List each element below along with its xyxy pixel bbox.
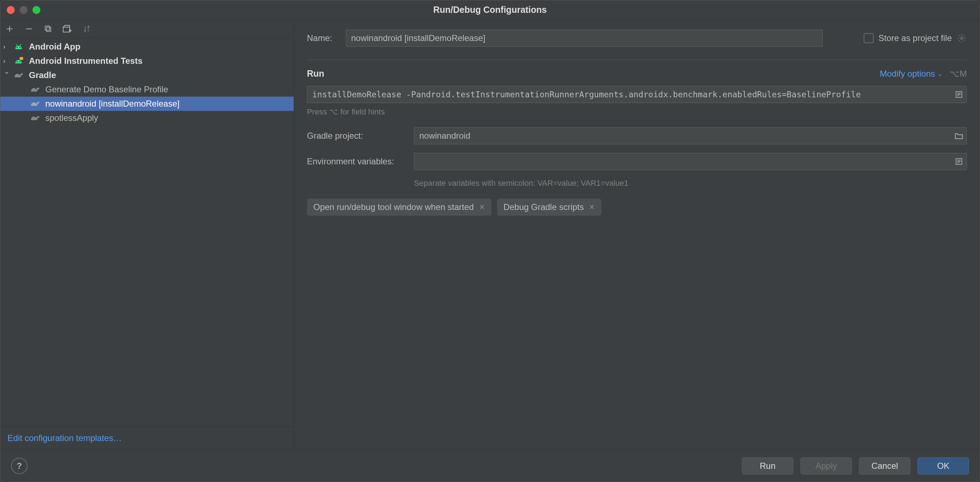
sidebar-footer: Edit configuration templates… [0,427,294,450]
sidebar-toolbar [0,20,294,38]
dialog-footer: ? Run Apply Cancel OK [0,450,980,482]
sort-icon[interactable] [82,24,92,34]
tags-row: Open run/debug tool window when started … [307,198,967,216]
tasks-input[interactable] [307,86,967,103]
button-label: Cancel [872,461,898,471]
gradle-icon [30,100,42,108]
gradle-icon [30,85,42,94]
project-label: Gradle project: [307,131,414,141]
gear-icon[interactable] [957,33,967,43]
chevron-down-icon: › [3,72,11,79]
tree-label: Gradle [29,70,56,80]
android-tests-icon [14,57,25,65]
android-icon [14,43,25,51]
modify-options-row: Modify options ⌄ ⌥M [880,69,967,79]
divider [307,60,967,60]
chevron-right-icon: › [3,43,10,51]
tree-label: Android Instrumented Tests [29,56,142,66]
button-label: Run [760,461,775,471]
gradle-icon [30,114,42,122]
tree-label: Android App [29,42,80,52]
env-input[interactable] [414,153,967,170]
run-button[interactable]: Run [742,457,793,474]
close-icon[interactable]: ✕ [589,203,595,211]
config-tree: › Android App › Android Instrumented Tes… [0,38,294,427]
section-title: Run [307,68,325,79]
main-panel: Name: Store as project file Run Modify o… [294,20,980,450]
tag-open-tool-window[interactable]: Open run/debug tool window when started … [307,198,492,216]
chevron-down-icon: ⌄ [937,70,943,78]
expand-field-icon[interactable] [953,156,965,167]
svg-rect-2 [63,27,70,32]
button-label: Apply [816,461,837,471]
chevron-right-icon: › [3,57,10,65]
tasks-hint: Press ⌥ for field hints [307,107,967,117]
store-checkbox[interactable] [864,33,873,43]
name-row: Name: Store as project file [307,30,967,47]
tag-label: Debug Gradle scripts [504,202,584,212]
tree-node-gradle[interactable]: › Gradle [0,68,294,82]
close-icon[interactable]: ✕ [479,203,485,211]
dialog-window: Run/Debug Configurations [0,0,980,482]
store-label: Store as project file [879,33,952,43]
svg-rect-0 [46,27,51,32]
copy-icon[interactable] [43,24,53,34]
tasks-input-wrap [307,86,967,103]
tag-debug-gradle[interactable]: Debug Gradle scripts ✕ [497,198,601,216]
tree-item-generate-baseline[interactable]: Generate Demo Baseline Profile [0,82,294,97]
gradle-icon [14,71,25,79]
store-row: Store as project file [864,33,967,43]
tree-label: Generate Demo Baseline Profile [45,84,168,95]
tree-item-spotless-apply[interactable]: spotlessApply [0,111,294,125]
tag-label: Open run/debug tool window when started [313,202,474,212]
name-label: Name: [307,33,332,43]
help-button[interactable]: ? [11,458,27,474]
svg-rect-9 [20,57,23,60]
save-template-icon[interactable] [62,24,72,34]
svg-rect-1 [45,26,49,30]
titlebar: Run/Debug Configurations [0,0,980,20]
env-label: Environment variables: [307,157,414,166]
expand-field-icon[interactable] [953,89,965,100]
add-icon[interactable] [5,24,14,34]
svg-point-10 [961,37,963,40]
tree-node-android-tests[interactable]: › Android Instrumented Tests [0,54,294,68]
svg-point-8 [20,61,21,62]
tree-label: spotlessApply [45,113,98,123]
browse-folder-icon[interactable] [953,130,965,141]
section-header: Run Modify options ⌄ ⌥M [307,68,967,79]
svg-line-6 [20,44,21,46]
svg-point-3 [17,47,18,48]
tree-node-android-app[interactable]: › Android App [0,40,294,54]
tree-label: nowinandroid [installDemoRelease] [45,99,180,109]
cancel-button[interactable]: Cancel [859,457,910,474]
svg-line-5 [16,44,17,46]
modify-options-label: Modify options [880,69,935,79]
remove-icon[interactable] [24,24,34,34]
tree-item-install-demo-release[interactable]: nowinandroid [installDemoRelease] [0,97,294,111]
edit-templates-link[interactable]: Edit configuration templates… [8,433,122,443]
svg-point-7 [17,61,18,62]
project-row: Gradle project: [307,127,967,144]
body: › Android App › Android Instrumented Tes… [0,20,980,450]
sidebar: › Android App › Android Instrumented Tes… [0,20,294,450]
name-input[interactable] [346,30,822,47]
modify-shortcut: ⌥M [950,69,967,79]
apply-button[interactable]: Apply [800,457,852,474]
ok-button[interactable]: OK [918,457,969,474]
svg-point-4 [20,47,21,48]
button-label: OK [937,461,950,471]
modify-options-link[interactable]: Modify options ⌄ [880,69,943,79]
footer-buttons: Run Apply Cancel OK [742,457,969,474]
env-hint: Separate variables with semicolon: VAR=v… [414,179,967,188]
window-title: Run/Debug Configurations [0,5,980,15]
env-row: Environment variables: [307,153,967,170]
project-input[interactable] [414,127,967,144]
